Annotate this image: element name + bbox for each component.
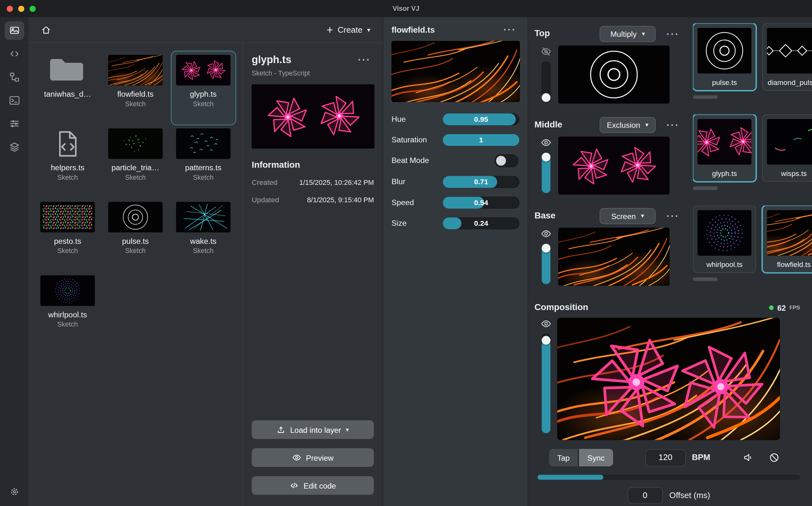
offset-row: 0 Offset (ms) bbox=[538, 487, 800, 503]
terminal-nav-button[interactable] bbox=[4, 91, 24, 110]
eye-icon bbox=[541, 228, 551, 239]
strip-scrollbar[interactable] bbox=[693, 277, 812, 281]
blend-mode-value: Exclusion bbox=[607, 120, 640, 130]
layer-thumbnail-strip: pulse.ts diamond_puls… bbox=[693, 23, 812, 109]
hierarchy-nav-button[interactable] bbox=[4, 68, 24, 87]
code-nav-button[interactable] bbox=[4, 45, 24, 63]
blur-label: Blur bbox=[391, 177, 440, 187]
beat-mode-control-row: Beat Mode bbox=[391, 154, 519, 167]
blend-mode-dropdown[interactable]: Multiply ▾ bbox=[600, 26, 656, 42]
layer-opacity-slider[interactable] bbox=[542, 62, 550, 102]
saturation-value: 1 bbox=[443, 134, 519, 146]
speed-label: Speed bbox=[391, 197, 440, 207]
size-slider[interactable]: 0.24 bbox=[443, 217, 519, 229]
sketch-card-flowfield[interactable]: flowfield.ts bbox=[762, 205, 812, 273]
composition-opacity-slider[interactable] bbox=[542, 334, 550, 433]
ban-icon bbox=[768, 452, 780, 463]
layer-visibility-toggle[interactable] bbox=[541, 46, 551, 57]
hue-value: 0.95 bbox=[443, 113, 519, 125]
layer-menu-button[interactable]: ··· bbox=[663, 119, 682, 130]
load-into-layer-button[interactable]: Load into layer ▾ bbox=[251, 420, 374, 439]
file-thumbnail bbox=[108, 202, 162, 232]
settings-button[interactable] bbox=[4, 483, 24, 501]
blend-mode-dropdown[interactable]: Exclusion ▾ bbox=[600, 117, 656, 133]
sync-button[interactable]: Sync bbox=[579, 449, 613, 467]
layer-opacity-slider[interactable] bbox=[542, 153, 550, 193]
file-item-pulse[interactable]: pulse.ts Sketch bbox=[103, 198, 167, 272]
sketch-card-diamond-pulse[interactable]: diamond_puls… bbox=[762, 23, 812, 90]
layer-thumbnail-strip: whirlpool.ts flowfield.ts bbox=[693, 205, 812, 291]
visor-vj-window: Visor VJ bbox=[0, 0, 812, 506]
file-name: particle_tria… bbox=[111, 163, 159, 172]
updated-row: Updated 8/1/2025, 9:15:40 PM bbox=[251, 196, 374, 205]
sketch-library-nav-button[interactable] bbox=[4, 21, 24, 40]
speed-slider[interactable]: 0.54 bbox=[443, 196, 519, 208]
edit-code-button[interactable]: Edit code bbox=[251, 476, 374, 495]
file-thumbnail bbox=[108, 55, 162, 85]
beat-mode-label: Beat Mode bbox=[391, 156, 440, 166]
layer-section-top: Top Multiply ▾ ··· bbox=[535, 23, 812, 109]
blend-mode-dropdown[interactable]: Screen ▾ bbox=[600, 208, 656, 224]
layer-visibility-toggle[interactable] bbox=[541, 228, 551, 239]
sketch-card-wisps[interactable]: wisps.ts bbox=[762, 114, 812, 182]
detail-menu-button[interactable]: ··· bbox=[354, 54, 374, 65]
home-button[interactable] bbox=[41, 25, 52, 35]
sketch-card-glyph[interactable]: glyph.ts bbox=[693, 114, 756, 182]
file-item-glyph-selected[interactable]: glyph.ts Sketch bbox=[171, 51, 235, 125]
strip-scrollbar[interactable] bbox=[693, 95, 812, 99]
blur-slider[interactable]: 0.71 bbox=[443, 176, 519, 188]
blend-mode-value: Screen bbox=[611, 212, 636, 220]
file-item-helpers[interactable]: helpers.ts Sketch bbox=[35, 124, 100, 198]
sketch-card-pulse[interactable]: pulse.ts bbox=[693, 23, 756, 90]
file-item-whirlpool[interactable]: whirlpool.ts Sketch bbox=[35, 272, 100, 345]
composition-preview bbox=[557, 318, 780, 440]
offset-input[interactable]: 0 bbox=[627, 487, 663, 503]
blur-control-row: Blur 0.71 bbox=[391, 175, 519, 188]
file-item-pesto[interactable]: pesto.ts Sketch bbox=[35, 198, 100, 272]
layer-menu-button[interactable]: ··· bbox=[663, 28, 682, 39]
file-item-patterns[interactable]: patterns.ts Sketch bbox=[171, 124, 235, 198]
composition-visibility-toggle[interactable] bbox=[541, 318, 551, 329]
preview-button[interactable]: Preview bbox=[251, 448, 374, 467]
eye-icon bbox=[541, 318, 551, 329]
layer-name: Base bbox=[535, 210, 600, 221]
saturation-slider[interactable]: 1 bbox=[443, 134, 519, 146]
file-item-wake[interactable]: wake.ts Sketch bbox=[171, 198, 235, 272]
create-button[interactable]: + Create ▾ bbox=[324, 24, 373, 36]
strip-scrollbar[interactable] bbox=[693, 186, 812, 190]
file-item-flowfield[interactable]: flowfield.ts Sketch bbox=[103, 51, 167, 125]
layer-name: Top bbox=[535, 28, 600, 39]
sliders-nav-button[interactable] bbox=[4, 114, 24, 133]
file-type: Sketch bbox=[193, 247, 214, 255]
properties-title: flowfield.ts bbox=[391, 25, 434, 34]
offset-label: Offset (ms) bbox=[669, 491, 710, 500]
composition-content bbox=[535, 318, 812, 440]
file-name: flowfield.ts bbox=[117, 89, 154, 98]
sketch-card-whirlpool[interactable]: whirlpool.ts bbox=[693, 205, 756, 273]
hierarchy-icon bbox=[9, 71, 20, 83]
file-name: wake.ts bbox=[190, 237, 216, 245]
tap-button[interactable]: Tap bbox=[549, 449, 578, 467]
bpm-input[interactable]: 120 bbox=[645, 449, 685, 466]
layer-visibility-toggle[interactable] bbox=[541, 137, 551, 148]
file-item-particle-triangles[interactable]: particle_tria… Sketch bbox=[103, 124, 167, 198]
file-thumbnail bbox=[176, 55, 230, 85]
hue-slider[interactable]: 0.95 bbox=[443, 113, 519, 125]
file-name: pesto.ts bbox=[54, 237, 81, 245]
layer-section-base: Base Screen ▾ ··· bbox=[535, 205, 812, 291]
layers-nav-button[interactable] bbox=[4, 138, 24, 156]
beat-mode-toggle[interactable] bbox=[494, 154, 518, 167]
file-item-taniwhas[interactable]: taniwhas_d… bbox=[35, 51, 100, 125]
disable-button[interactable] bbox=[768, 452, 780, 463]
blend-mode-value: Multiply bbox=[610, 29, 637, 38]
sketch-card-label: wisps.ts bbox=[767, 169, 812, 178]
audio-mute-button[interactable] bbox=[742, 452, 754, 463]
edit-code-label: Edit code bbox=[304, 481, 336, 490]
layer-preview bbox=[558, 137, 670, 195]
layer-menu-button[interactable]: ··· bbox=[663, 210, 682, 221]
file-thumbnail bbox=[108, 129, 162, 159]
layer-opacity-slider[interactable] bbox=[542, 244, 550, 284]
properties-menu-button[interactable]: ··· bbox=[500, 24, 519, 35]
bpm-controls-row: Tap Sync 120 BPM bbox=[535, 449, 812, 467]
beat-progress-bar[interactable] bbox=[538, 475, 800, 480]
